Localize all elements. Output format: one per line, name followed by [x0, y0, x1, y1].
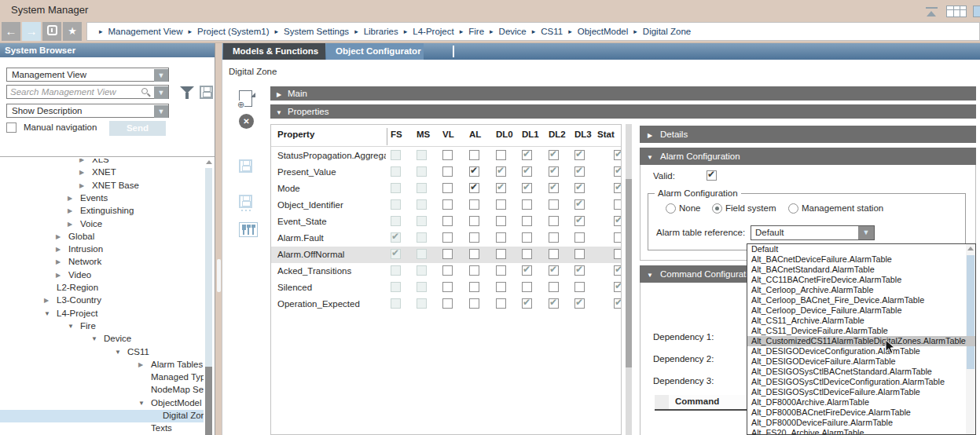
dropdown-option[interactable]: Alt_BACnetStandard.AlarmTable	[747, 265, 976, 275]
table-scrollbar[interactable]	[626, 124, 632, 435]
checkbox-vl[interactable]	[442, 232, 453, 243]
chevron-down-icon[interactable]: ▼	[858, 226, 874, 239]
checkbox-dl0[interactable]	[496, 150, 506, 160]
splitter-handle[interactable]	[217, 259, 221, 292]
tree-item-device[interactable]: ▼Device	[0, 333, 204, 345]
dropdown-option[interactable]: Default	[747, 244, 976, 254]
save-icon[interactable]	[239, 159, 252, 173]
filter-settings-icon[interactable]	[239, 222, 258, 237]
view-selector[interactable]: Management View ▼	[6, 68, 169, 82]
tree-item-l3-country[interactable]: ▶L3-Country	[0, 294, 204, 307]
table-row-statuspropagation.aggregate[interactable]: StatusPropagation.Aggregate	[271, 148, 622, 164]
checkbox-dl1[interactable]	[522, 166, 532, 177]
checkbox-vl[interactable]	[442, 183, 453, 193]
radio-management-station[interactable]	[788, 203, 798, 214]
checkbox-dl3[interactable]	[574, 216, 585, 226]
checkbox-dl3[interactable]	[574, 166, 585, 177]
new-document-icon[interactable]	[239, 90, 252, 107]
checkbox-al[interactable]	[469, 232, 479, 243]
breadcrumb-item[interactable]: Libraries	[364, 27, 398, 36]
checkbox-dl2[interactable]	[549, 183, 559, 193]
checkbox-vl[interactable]	[442, 249, 453, 259]
breadcrumb-item[interactable]: ObjectModel	[578, 27, 629, 36]
dropdown-option[interactable]: Alt_DESIGODeviceFailure.AlarmTable	[747, 356, 976, 367]
checkbox-stat[interactable]	[614, 232, 622, 243]
tree-expand-icon[interactable]: ▶	[79, 169, 84, 176]
checkbox-dl1[interactable]	[522, 249, 532, 259]
radio-none[interactable]	[666, 203, 676, 214]
tree-expand-icon[interactable]: ▶	[68, 195, 72, 202]
tree-collapse-icon[interactable]: ▼	[44, 310, 50, 317]
checkbox-dl0[interactable]	[496, 199, 506, 210]
table-row-alarm.fault[interactable]: Alarm.Fault	[271, 230, 622, 247]
checkbox-dl1[interactable]	[522, 150, 532, 160]
breadcrumb-item[interactable]: Digital Zone	[643, 27, 691, 36]
checkbox-dl3[interactable]	[574, 150, 585, 160]
section-details[interactable]: ▶Details	[640, 126, 976, 143]
tree-expand-icon[interactable]: ▶	[56, 272, 61, 279]
tree-item-video[interactable]: ▶Video	[0, 269, 204, 282]
dropdown-option[interactable]: Alt_DESIGOSysCtlDeviceConfiguration.Alar…	[747, 377, 976, 387]
checkbox-dl2[interactable]	[549, 249, 559, 259]
search-input[interactable]	[10, 86, 132, 97]
section-main[interactable]: ▶Main	[270, 86, 976, 101]
checkbox-dl3[interactable]	[574, 298, 585, 309]
table-row-silenced[interactable]: Silenced	[271, 280, 622, 296]
checkbox-stat[interactable]	[614, 265, 622, 276]
dropdown-option[interactable]: Alt_CustomizedCS11AlarmTableDigitalZones…	[747, 336, 976, 346]
checkbox-vl[interactable]	[442, 265, 453, 276]
dropdown-option[interactable]: Alt_DESIGOSysCtlBACnetStandard.AlarmTabl…	[747, 367, 976, 377]
checkbox-vl[interactable]	[442, 150, 453, 160]
checkbox-al[interactable]	[469, 282, 479, 292]
tree-expand-icon[interactable]: ▶	[79, 159, 84, 163]
system-browser-header[interactable]: System Browser	[0, 43, 215, 57]
checkbox-dl0[interactable]	[496, 216, 506, 226]
breadcrumb-item[interactable]: L4-Project	[413, 27, 453, 36]
tree-item-xnet-base[interactable]: ▶XNET Base	[0, 180, 204, 192]
table-row-acked_transitions[interactable]: Acked_Transitions	[271, 263, 622, 280]
checkbox-vl[interactable]	[442, 298, 453, 309]
tree-item-intrusion[interactable]: ▶Intrusion	[0, 243, 204, 256]
tree-expand-icon[interactable]: ▶	[68, 207, 72, 214]
checkbox-dl3[interactable]	[574, 265, 585, 276]
checkbox-dl2[interactable]	[549, 216, 559, 226]
checkbox-stat[interactable]	[614, 282, 622, 292]
checkbox-dl0[interactable]	[496, 282, 506, 292]
layout-pane-icon[interactable]	[973, 5, 980, 17]
tree-item-texts[interactable]: Texts	[0, 422, 204, 435]
checkbox-dl1[interactable]	[522, 199, 532, 210]
table-row-event_state[interactable]: Event_State	[271, 214, 622, 230]
close-circle-icon[interactable]: ✕	[239, 114, 254, 129]
checkbox-al[interactable]	[469, 249, 479, 259]
tree-expand-icon[interactable]: ▶	[56, 233, 61, 240]
checkbox-dl2[interactable]	[549, 199, 559, 210]
tree-item-managed-types[interactable]: Managed Types	[0, 371, 204, 384]
dropdown-option[interactable]: Alt_DESIGOSysCtlDeviceFailure.AlarmTable	[747, 387, 976, 397]
search-chevron-down-icon[interactable]: ▼	[154, 86, 168, 99]
panel-splitter[interactable]	[215, 43, 222, 435]
chevron-down-icon[interactable]: ▼	[154, 69, 168, 82]
checkbox-dl1[interactable]	[522, 298, 532, 309]
checkbox-al[interactable]	[469, 166, 479, 177]
table-row-object_identifier[interactable]: Object_Identifier	[271, 197, 622, 214]
tree-expand-icon[interactable]: ▶	[138, 361, 143, 368]
tree-item-extinguishing[interactable]: ▶Extinguishing	[0, 205, 204, 217]
save-as-icon[interactable]	[239, 195, 252, 208]
checkbox-dl0[interactable]	[496, 183, 506, 193]
checkbox-dl0[interactable]	[496, 298, 506, 309]
checkbox-dl3[interactable]	[574, 183, 585, 193]
scrollbar-thumb[interactable]	[626, 179, 632, 367]
checkbox-dl0[interactable]	[496, 166, 506, 177]
tree-item-global[interactable]: ▶Global	[0, 231, 204, 243]
tree-item-voice[interactable]: ▶Voice	[0, 218, 204, 231]
tree-item-digital-zone[interactable]: Digital Zone	[0, 410, 204, 422]
tree-item-events[interactable]: ▶Events	[0, 192, 204, 205]
scrollbar-thumb[interactable]	[205, 367, 212, 435]
dropdown-option[interactable]: Alt_BACnetDeviceFailure.AlarmTable	[747, 254, 976, 265]
manual-navigation-checkbox[interactable]	[6, 122, 17, 133]
tree-item-network[interactable]: ▶Network	[0, 256, 204, 269]
checkbox-stat[interactable]	[614, 199, 622, 210]
tree-item-l4-project[interactable]: ▼L4-Project	[0, 308, 204, 320]
breadcrumb-item[interactable]: Fire	[468, 27, 484, 36]
dropdown-option[interactable]: Alt_DF8000BACnetFireDevice.AlarmTable	[747, 408, 976, 418]
